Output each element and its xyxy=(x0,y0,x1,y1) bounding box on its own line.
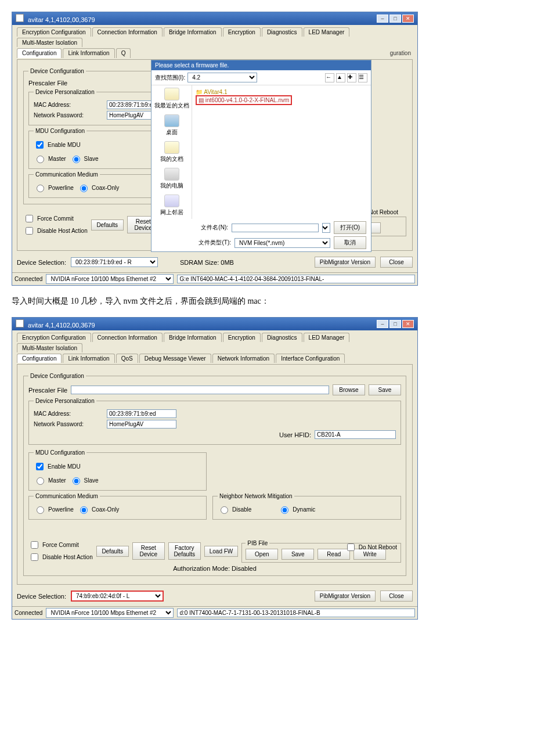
back-icon[interactable]: ← xyxy=(325,73,334,82)
place-network[interactable]: 网上邻居 xyxy=(160,195,183,217)
tab[interactable]: Encryption Configuration xyxy=(17,27,91,37)
cancel-button[interactable]: 取消 xyxy=(334,236,366,249)
master-radio[interactable] xyxy=(37,156,44,163)
tab[interactable]: Debug Message Viewer xyxy=(139,354,211,363)
place-docs[interactable]: 我的文档 xyxy=(160,141,183,163)
tab[interactable]: LED Manager xyxy=(304,333,350,342)
powerline-radio[interactable] xyxy=(37,185,44,192)
coax-label: Coax-Only xyxy=(92,185,119,191)
views-icon[interactable]: ☰ xyxy=(358,73,367,82)
device-selection-select[interactable]: 74:b9:eb:02:4d:0f - L xyxy=(71,591,164,602)
status-path[interactable] xyxy=(177,609,415,617)
minimize-button[interactable]: – xyxy=(377,15,388,23)
slave-radio[interactable] xyxy=(73,477,80,485)
disable-host-checkbox[interactable] xyxy=(26,227,33,235)
tab[interactable]: Interface Configuration xyxy=(276,354,345,363)
tab[interactable]: LED Manager xyxy=(304,27,350,37)
dynamic-radio[interactable] xyxy=(281,506,288,514)
tab[interactable]: Encryption xyxy=(223,333,261,342)
filetype-select[interactable]: NVM Files(*.nvm) xyxy=(234,238,330,248)
adapter-select[interactable]: NVIDIA nForce 10/100 Mbps Ethernet #2 xyxy=(46,608,174,618)
save-button[interactable]: Save xyxy=(369,384,401,395)
tab[interactable]: Diagnostics xyxy=(262,333,302,342)
newfolder-icon[interactable]: ✚ xyxy=(347,73,356,82)
minimize-button[interactable]: – xyxy=(377,320,388,328)
enable-mdu-checkbox[interactable] xyxy=(36,141,44,149)
tab[interactable]: Multi-Master Isolation xyxy=(17,343,82,352)
close-button[interactable]: ✕ xyxy=(402,15,414,23)
tab[interactable]: Link Information xyxy=(63,354,114,363)
up-icon[interactable]: ▲ xyxy=(336,73,345,82)
neighbor-group: Neighbor Network Mitigation Disable Dyna… xyxy=(212,493,401,520)
status-path[interactable] xyxy=(177,275,415,283)
pib-save-button[interactable]: Save xyxy=(282,549,314,560)
prescaler-input[interactable] xyxy=(71,386,329,394)
net-pwd-label: Network Password: xyxy=(34,112,103,118)
pibmigrator-button[interactable]: PibMigrator Version xyxy=(315,257,376,268)
master-radio[interactable] xyxy=(37,477,44,485)
titlebar[interactable]: avitar 4,1,4102,00,3679 – □ ✕ xyxy=(12,12,417,25)
lookin-select[interactable]: 4.2 xyxy=(187,73,257,82)
close-button[interactable]: Close xyxy=(380,591,413,602)
close-button[interactable]: Close xyxy=(380,257,413,268)
adapter-select[interactable]: NVIDIA nForce 10/100 Mbps Ethernet #2 xyxy=(46,274,174,284)
place-recent[interactable]: 我最近的文档 xyxy=(154,88,189,110)
coax-radio[interactable] xyxy=(80,506,88,514)
net-pwd-input[interactable] xyxy=(107,420,176,429)
mdu-config-group: MDU Configuration Enable MDU Master Slav… xyxy=(28,449,207,491)
disable-host-checkbox[interactable] xyxy=(31,553,38,561)
place-computer[interactable]: 我的电脑 xyxy=(160,168,183,190)
defaults-button[interactable]: Defaults xyxy=(96,546,129,557)
tab[interactable]: Bridge Information xyxy=(164,333,222,342)
prescaler-label: Prescaler File xyxy=(28,80,67,87)
maximize-button[interactable]: □ xyxy=(389,15,401,23)
close-button[interactable]: ✕ xyxy=(402,320,414,328)
load-fw-button[interactable]: Load FW xyxy=(204,546,239,557)
tab[interactable]: Connection Information xyxy=(92,333,163,342)
disable-radio[interactable] xyxy=(221,506,228,514)
group-legend: Device Personalization xyxy=(34,89,96,95)
master-label: Master xyxy=(48,477,66,484)
titlebar[interactable]: avitar 4,1,4102,00,3679 – □ ✕ xyxy=(12,318,417,330)
defaults-button[interactable]: Defaults xyxy=(91,219,124,231)
force-commit-checkbox[interactable] xyxy=(26,215,33,222)
list-item-folder[interactable]: 📁 AVitar4.1 xyxy=(196,89,367,95)
do-not-reboot-checkbox[interactable] xyxy=(347,543,355,551)
browse-button[interactable]: Browse xyxy=(333,384,365,395)
file-list[interactable]: 📁 AVitar4.1 ▤ int6000-v4.1.0-0-2-X-FINAL… xyxy=(192,85,371,219)
tab[interactable]: Bridge Information xyxy=(164,27,222,37)
tab[interactable]: Encryption xyxy=(223,27,261,37)
coax-radio[interactable] xyxy=(80,185,88,192)
tab-configuration[interactable]: Configuration xyxy=(17,354,62,363)
maximize-button[interactable]: □ xyxy=(389,320,401,328)
tab-configuration[interactable]: Configuration xyxy=(17,48,62,58)
factory-defaults-button[interactable]: Factory Defaults xyxy=(168,542,201,560)
reset-device-button[interactable]: Reset Device xyxy=(132,542,165,560)
enable-mdu-checkbox[interactable] xyxy=(36,463,44,470)
tab[interactable]: QoS xyxy=(116,354,138,363)
pib-open-button[interactable]: Open xyxy=(246,549,278,560)
tab[interactable]: Multi-Master Isolation xyxy=(17,38,82,47)
list-item-nvm[interactable]: ▤ int6000-v4.1.0-0-2-X-FINAL.nvm xyxy=(196,95,292,105)
pibmigrator-button[interactable]: PibMigrator Version xyxy=(315,591,376,602)
filename-input[interactable] xyxy=(232,224,319,232)
user-hfid-input[interactable] xyxy=(315,430,396,439)
app-window-2: avitar 4,1,4102,00,3679 – □ ✕ Encryption… xyxy=(12,317,418,620)
place-desktop[interactable]: 桌面 xyxy=(164,114,179,136)
tab[interactable]: Encryption Configuration xyxy=(17,333,91,342)
sdram-label: SDRAM Size: 0MB xyxy=(180,259,234,266)
tab[interactable]: Connection Information xyxy=(92,27,163,37)
tab[interactable]: Diagnostics xyxy=(262,27,302,37)
open-button[interactable]: 打开(O) xyxy=(334,221,366,234)
slave-radio[interactable] xyxy=(73,156,80,163)
tab-row-2: Configuration Link Information Q guratio… xyxy=(17,48,413,58)
device-selection-select[interactable]: 00:23:89:71:b9:ed - R xyxy=(71,257,158,267)
tab-link-information[interactable]: Link Information xyxy=(63,48,114,58)
tab[interactable]: Network Information xyxy=(212,354,275,363)
mac-input[interactable] xyxy=(107,409,176,418)
mac-label: MAC Address: xyxy=(34,411,103,417)
filename-history[interactable] xyxy=(322,223,330,233)
tab-q[interactable]: Q xyxy=(116,48,131,58)
powerline-radio[interactable] xyxy=(37,506,44,514)
force-commit-checkbox[interactable] xyxy=(31,541,38,549)
